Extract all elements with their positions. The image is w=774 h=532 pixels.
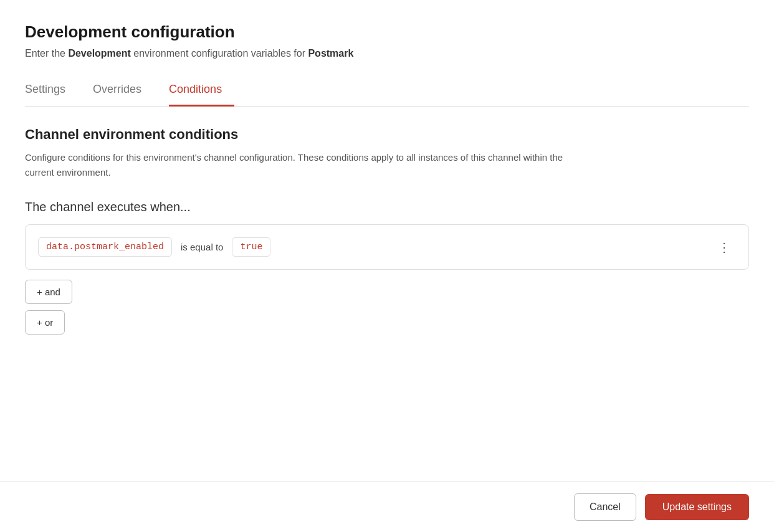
tab-overrides[interactable]: Overrides bbox=[93, 77, 154, 107]
footer: Cancel Update settings bbox=[0, 482, 774, 532]
section-description: Configure conditions for this environmen… bbox=[25, 150, 586, 180]
subtitle-middle: environment configuration variables for bbox=[131, 48, 308, 59]
page-container: Development configuration Enter the Deve… bbox=[0, 0, 774, 532]
main-content: Development configuration Enter the Deve… bbox=[0, 0, 774, 482]
cancel-button[interactable]: Cancel bbox=[574, 493, 636, 521]
condition-operator: is equal to bbox=[181, 242, 223, 252]
section-title: Channel environment conditions bbox=[25, 126, 749, 143]
page-title: Development configuration bbox=[25, 22, 749, 42]
tab-settings[interactable]: Settings bbox=[25, 77, 78, 107]
condition-row: data.postmark_enabled is equal to true bbox=[38, 237, 270, 257]
tabs: Settings Overrides Conditions bbox=[25, 77, 749, 107]
add-and-button[interactable]: + and bbox=[25, 280, 72, 304]
condition-value[interactable]: true bbox=[232, 237, 270, 257]
add-buttons: + and + or bbox=[25, 280, 749, 335]
condition-menu-button[interactable]: ⋮ bbox=[713, 239, 736, 256]
condition-field[interactable]: data.postmark_enabled bbox=[38, 237, 172, 257]
page-subtitle: Enter the Development environment config… bbox=[25, 48, 749, 59]
condition-box: data.postmark_enabled is equal to true ⋮ bbox=[25, 224, 749, 270]
subtitle-channel: Postmark bbox=[308, 48, 353, 59]
update-settings-button[interactable]: Update settings bbox=[645, 494, 749, 520]
tab-conditions[interactable]: Conditions bbox=[169, 77, 234, 107]
subtitle-env: Development bbox=[68, 48, 130, 59]
executes-label: The channel executes when... bbox=[25, 200, 749, 214]
add-or-button[interactable]: + or bbox=[25, 310, 65, 335]
subtitle-prefix: Enter the bbox=[25, 48, 68, 59]
